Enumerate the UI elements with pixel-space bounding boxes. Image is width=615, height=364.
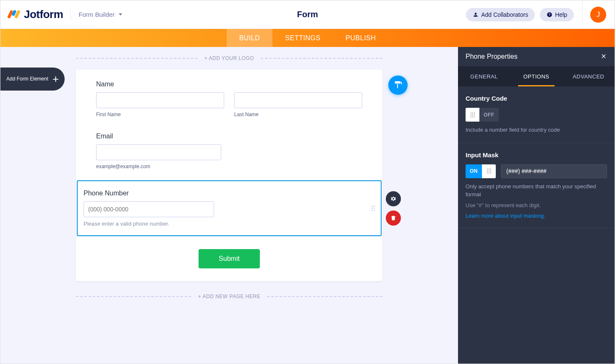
main-tabs: BUILD SETTINGS PUBLISH: [0, 29, 615, 47]
add-collaborators-button[interactable]: Add Collaborators: [466, 8, 535, 21]
toggle-state: ON: [466, 168, 482, 174]
submit-row: Submit: [76, 236, 382, 281]
field-settings-button[interactable]: [386, 191, 401, 206]
toggle-knob-icon: [466, 108, 479, 122]
add-form-element-button[interactable]: Add Form Element +: [0, 68, 65, 91]
tab-settings[interactable]: SETTINGS: [272, 29, 333, 47]
chevron-down-icon: [119, 13, 122, 16]
help-button[interactable]: ? Help: [540, 8, 574, 21]
paint-roller-icon: [393, 81, 403, 90]
country-code-title: Country Code: [466, 95, 607, 102]
close-properties-button[interactable]: [600, 51, 607, 62]
phone-hint: Please enter a valid phone number.: [84, 221, 361, 227]
input-mask-field[interactable]: [501, 164, 607, 178]
page-title[interactable]: Form: [297, 10, 318, 19]
add-page-button[interactable]: + ADD NEW PAGE HERE: [191, 294, 267, 299]
prop-tab-options[interactable]: OPTIONS: [510, 66, 562, 86]
last-name-sublabel: Last Name: [234, 112, 362, 117]
prop-tab-advanced[interactable]: ADVANCED: [563, 66, 615, 86]
country-code-section: Country Code OFF Include a number field …: [458, 86, 615, 143]
input-mask-section: Input Mask ON Only accept phone numbers …: [458, 143, 615, 228]
prop-tab-general[interactable]: GENERAL: [458, 66, 510, 86]
collaborators-label: Add Collaborators: [481, 11, 528, 18]
close-icon: [600, 53, 607, 60]
trash-icon: [390, 215, 397, 221]
name-label: Name: [96, 81, 362, 88]
email-label: Email: [96, 133, 362, 140]
name-field[interactable]: Name First Name Last Name: [76, 70, 382, 128]
drag-handle-icon[interactable]: [372, 205, 377, 211]
breadcrumb[interactable]: Form Builder: [79, 11, 122, 18]
gear-icon: [390, 195, 397, 202]
phone-field[interactable]: Phone Number Please enter a valid phone …: [77, 180, 382, 236]
email-field[interactable]: Email example@example.com: [76, 128, 382, 180]
canvas: + ADD YOUR LOGO Name First Name Last Nam…: [0, 47, 458, 364]
form-designer-button[interactable]: [388, 75, 408, 95]
add-element-label: Add Form Element: [6, 76, 48, 82]
breadcrumb-label: Form Builder: [79, 11, 115, 18]
phone-input[interactable]: [84, 201, 214, 217]
email-input[interactable]: [96, 144, 221, 160]
divider: [582, 0, 583, 29]
form-card: Name First Name Last Name Email: [76, 70, 382, 281]
brand-name: Jotform: [24, 8, 63, 21]
help-icon: ?: [547, 12, 552, 18]
logo[interactable]: Jotform: [9, 8, 63, 21]
user-icon: [473, 12, 479, 18]
properties-title: Phone Properties: [466, 53, 518, 60]
submit-button[interactable]: Submit: [199, 249, 260, 268]
input-mask-title: Input Mask: [466, 151, 607, 159]
country-code-toggle[interactable]: OFF: [466, 108, 499, 122]
tab-publish[interactable]: PUBLISH: [333, 29, 388, 47]
email-example: example@example.com: [96, 164, 221, 169]
toggle-state: OFF: [479, 112, 499, 118]
add-logo-button[interactable]: + ADD YOUR LOGO: [198, 55, 261, 61]
input-mask-desc2: Use "#" to represent each digit.: [466, 202, 607, 208]
phone-label: Phone Number: [84, 190, 361, 197]
plus-icon: +: [52, 73, 59, 86]
divider: [71, 9, 71, 20]
svg-text:?: ?: [549, 13, 551, 16]
country-code-desc: Include a number field for country code: [466, 126, 607, 134]
input-mask-learn-more-link[interactable]: Learn more about input masking.: [466, 213, 545, 219]
help-label: Help: [555, 11, 567, 18]
last-name-input[interactable]: [234, 92, 362, 108]
toggle-knob-icon: [482, 164, 496, 178]
tab-build[interactable]: BUILD: [227, 29, 273, 47]
field-delete-button[interactable]: [386, 211, 401, 226]
logo-mark-icon: [9, 9, 20, 20]
properties-panel: Phone Properties GENERAL OPTIONS ADVANCE…: [458, 47, 615, 364]
input-mask-desc1: Only accept phone numbers that match you…: [466, 182, 607, 199]
avatar[interactable]: J: [590, 7, 606, 23]
input-mask-toggle[interactable]: ON: [466, 164, 496, 178]
first-name-sublabel: First Name: [96, 112, 224, 117]
first-name-input[interactable]: [96, 92, 224, 108]
